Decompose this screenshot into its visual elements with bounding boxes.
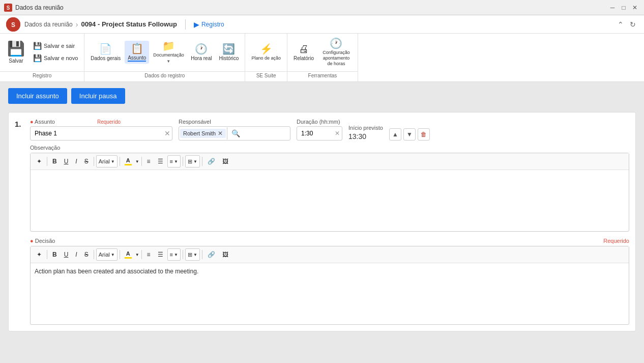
minimize-button[interactable]: ─	[607, 3, 618, 13]
nav-up-button[interactable]: ⌃	[616, 18, 626, 31]
ribbon-btn-dados-gerais[interactable]: 📄 Dados gerais	[87, 41, 124, 63]
decisao-toolbar-font-dropdown[interactable]: Arial ▼	[96, 248, 118, 261]
ribbon-group-registro-label: Registro	[0, 71, 84, 79]
ribbon-btn-assunto[interactable]: 📋 Assunto	[125, 41, 149, 64]
responsavel-remove-button[interactable]: ✕	[218, 130, 223, 137]
decisao-toolbar-strike-button[interactable]: S	[81, 248, 92, 261]
decisao-color-bar	[125, 257, 132, 259]
ribbon-btn-salvar-e-novo[interactable]: 💾 Salvar e novo	[30, 52, 81, 64]
toolbar-text-color-button[interactable]: A	[122, 155, 134, 167]
window-title: Dados da reunião	[15, 4, 64, 11]
incluir-pausa-button[interactable]: Incluir pausa	[71, 88, 125, 104]
responsavel-search-button[interactable]: 🔍	[227, 127, 244, 139]
ribbon-group-registro: 💾 Salvar 💾 Salvar e sair 💾 Salvar e novo…	[0, 34, 84, 81]
text-color-arrow[interactable]: ▼	[135, 159, 139, 164]
ribbon-btn-configuracao[interactable]: 🕐 Configuração apontamento de horas	[318, 36, 355, 68]
relatorio-label: Relatório	[294, 55, 314, 61]
registro-link[interactable]: ▶ Registro	[194, 20, 224, 29]
app-logo: S	[6, 17, 20, 32]
plano-acao-label: Plano de ação	[251, 55, 281, 61]
historico-label: Histórico	[219, 55, 239, 61]
maximize-button[interactable]: □	[619, 3, 629, 13]
duracao-field-group: Duração (hh:mm) ✕	[297, 119, 342, 141]
decisao-toolbar-link-button[interactable]: 🔗	[204, 248, 218, 261]
decisao-font-label: Arial	[99, 252, 110, 258]
decisao-table-icon: ⊞	[188, 252, 192, 258]
toolbar-magic-button[interactable]: ✦	[34, 155, 45, 167]
ribbon-btn-salvar[interactable]: 💾 Salvar	[3, 38, 29, 66]
assunto-required-dot: ●	[30, 119, 35, 125]
table-icon: ⊞	[188, 158, 192, 165]
ribbon-group-sesuite-label: SE Suite	[245, 71, 287, 79]
decisao-toolbar-ul-button[interactable]: ≡	[144, 248, 154, 261]
decisao-toolbar-sep-4	[141, 250, 142, 259]
align-arrow: ▼	[174, 159, 178, 164]
save-exit-label: Salvar e sair	[44, 43, 75, 49]
title-bar: S Dados da reunião ─ □ ✕	[0, 0, 644, 15]
toolbar-sep-2	[94, 157, 94, 166]
decisao-toolbar-underline-button[interactable]: U	[61, 248, 72, 261]
ribbon-btn-plano-de-acao[interactable]: ⚡ Plano de ação	[248, 41, 284, 63]
duracao-clear-button[interactable]: ✕	[333, 130, 342, 137]
toolbar-strikethrough-button[interactable]: S	[81, 155, 92, 167]
decisao-toolbar-sep-5	[183, 250, 183, 259]
duracao-input[interactable]	[297, 128, 333, 139]
registro-label: Registro	[201, 21, 224, 28]
documentacao-icon: 📁	[162, 40, 175, 51]
ribbon-btn-relatorio[interactable]: 🖨 Relatório	[290, 41, 317, 63]
historico-icon: 🔄	[222, 43, 235, 54]
decisao-toolbar-ol-button[interactable]: ☰	[155, 248, 166, 261]
assunto-field-label: Assunto	[35, 119, 55, 125]
close-button[interactable]: ✕	[630, 3, 640, 13]
ribbon-group-ferramentas: 🖨 Relatório 🕐 Configuração apontamento d…	[287, 34, 358, 81]
ribbon-btn-historico[interactable]: 🔄 Histórico	[216, 41, 242, 63]
decisao-toolbar: ✦ B U I S Arial ▼	[31, 246, 629, 263]
decisao-toolbar-italic-button[interactable]: I	[72, 248, 80, 261]
ribbon-group-dados: 📄 Dados gerais 📋 Assunto 📁 Documentação …	[84, 34, 245, 81]
decisao-toolbar-bold-button[interactable]: B	[49, 248, 60, 261]
observacao-label: Observação	[30, 145, 629, 151]
ribbon-btn-hora-real[interactable]: 🕐 Hora real	[188, 41, 215, 63]
toolbar-sep-5	[183, 157, 183, 166]
decisao-toolbar-align-dropdown[interactable]: ≡ ▼	[167, 248, 181, 261]
responsavel-name: Robert Smith	[183, 130, 216, 136]
decisao-table-arrow: ▼	[193, 253, 197, 257]
refresh-button[interactable]: ↻	[628, 18, 638, 31]
ribbon-group-sesuite: ⚡ Plano de ação SE Suite	[245, 34, 287, 81]
decisao-toolbar-magic-button[interactable]: ✦	[34, 248, 45, 261]
ribbon-btn-salvar-e-sair[interactable]: 💾 Salvar e sair	[30, 40, 81, 51]
decisao-toolbar-image-button[interactable]: 🖼	[219, 248, 231, 261]
toolbar-link-button[interactable]: 🔗	[204, 155, 218, 167]
save-exit-icon: 💾	[33, 42, 42, 50]
duracao-field-label: Duração (hh:mm)	[297, 119, 340, 125]
decisao-toolbar-table-dropdown[interactable]: ⊞ ▼	[185, 248, 200, 261]
decisao-text: Action plan has been created and associa…	[35, 268, 198, 275]
toolbar-align-dropdown[interactable]: ≡ ▼	[167, 155, 181, 167]
assunto-clear-button[interactable]: ✕	[164, 129, 170, 137]
toolbar-list-ol-button[interactable]: ☰	[155, 155, 166, 167]
responsavel-field-group: Responsável Robert Smith ✕ 🔍	[179, 119, 290, 141]
toolbar-table-dropdown[interactable]: ⊞ ▼	[185, 155, 200, 167]
decisao-editor: ✦ B U I S Arial ▼	[30, 246, 629, 325]
delete-button[interactable]: 🗑	[418, 128, 430, 141]
decisao-color-letter: A	[126, 250, 130, 257]
toolbar-list-ul-button[interactable]: ≡	[144, 155, 154, 167]
move-down-button[interactable]: ▼	[403, 128, 416, 141]
toolbar-font-dropdown[interactable]: Arial ▼	[96, 155, 118, 167]
toolbar-image-button[interactable]: 🖼	[219, 155, 231, 167]
assunto-input[interactable]	[30, 126, 172, 141]
decisao-color-arrow[interactable]: ▼	[135, 253, 139, 257]
decisao-editor-body[interactable]: Action plan has been created and associa…	[31, 263, 629, 324]
move-up-button[interactable]: ▲	[389, 128, 401, 141]
ribbon-btn-documentacao[interactable]: 📁 Documentação ▼	[150, 38, 187, 66]
observacao-editor-body[interactable]	[31, 170, 629, 231]
dados-gerais-icon: 📄	[99, 43, 112, 54]
incluir-assunto-button[interactable]: Incluir assunto	[8, 88, 67, 104]
toolbar-italic-button[interactable]: I	[72, 155, 80, 167]
decisao-align-arrow: ▼	[174, 253, 178, 257]
toolbar-underline-button[interactable]: U	[61, 155, 72, 167]
decisao-toolbar-color-button[interactable]: A	[122, 248, 134, 261]
observacao-toolbar: ✦ B U I S Arial ▼	[31, 153, 629, 170]
toolbar-bold-button[interactable]: B	[49, 155, 60, 167]
ribbon-group-dados-label: Dados do registro	[84, 71, 245, 79]
